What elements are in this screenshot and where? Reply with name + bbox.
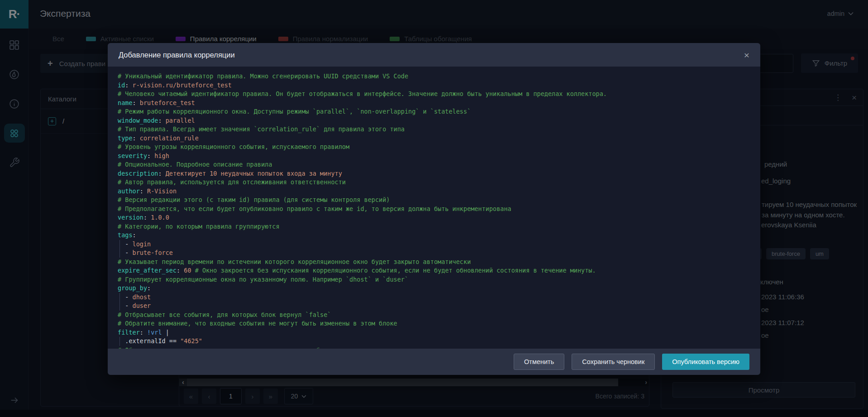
code-line: # Режим работы корреляционного окна. Дос… (118, 107, 760, 116)
code-line: # Указывает период времени по истечении … (118, 258, 760, 267)
code-line: version: 1.0.0 (118, 213, 760, 222)
code-line: # Категории, по которым правила группиру… (118, 222, 760, 231)
save-draft-button[interactable]: Сохранить черновик (572, 354, 655, 370)
code-line: # Обратите внимание, что входные события… (118, 319, 760, 328)
code-line: - duser (118, 302, 760, 311)
code-line: # Уровень угрозы корреляционного события… (118, 143, 760, 152)
code-line: # Опциональное. Подробное описание прави… (118, 160, 760, 169)
code-line: name: bruteforce_test (118, 99, 760, 108)
close-icon[interactable]: × (744, 50, 749, 60)
modal-footer: Отменить Сохранить черновик Опубликовать… (108, 349, 760, 375)
code-line: type: correlation_rule (118, 134, 760, 143)
app-root: Экспертиза admin ВсеАктивные спискиПрави… (0, 0, 868, 417)
code-line: description: Детектирует 10 неудачных по… (118, 169, 760, 178)
code-line: # Предполагается, что если будет опублик… (118, 205, 760, 214)
code-line: # Группирует корреляционные окна по указ… (118, 275, 760, 284)
code-line: - brute-force (118, 249, 760, 258)
code-line: # Версия редакции этого (с таким id) пра… (118, 196, 760, 205)
code-line: author: R-Vision (118, 187, 760, 196)
add-correlation-rule-modal: Добавление правила корреляции × # Уникал… (108, 43, 760, 375)
modal-header: Добавление правила корреляции × (108, 43, 760, 67)
cancel-button[interactable]: Отменить (514, 354, 564, 370)
code-line: - login (118, 240, 760, 249)
modal-title: Добавление правила корреляции (119, 51, 235, 59)
code-line: filter: !vrl | (118, 328, 760, 337)
code-line: # Тип правила. Всегда имеет значения `co… (118, 125, 760, 134)
code-line: # Объявляет корреляционное окно при помо… (118, 346, 760, 349)
code-line: # Автор правила, используется для отслеж… (118, 178, 760, 187)
code-line: - dhost (118, 293, 760, 302)
code-line: group_by: (118, 284, 760, 293)
code-line: # Отбрасывает все события, для которых б… (118, 311, 760, 320)
code-line: # Уникальный идентификатор правила. Можн… (118, 72, 760, 81)
code-line: expire_after_sec: 60 # Окно закроется бе… (118, 266, 760, 275)
code-line: id: r-vision.ru/bruteforce_test (118, 81, 760, 90)
publish-version-button[interactable]: Опубликовать версию (662, 354, 749, 370)
yaml-code-editor[interactable]: # Уникальный идентификатор правила. Можн… (108, 67, 760, 349)
code-line: # Человеко читаемый идентификатор правил… (118, 90, 760, 99)
code-line: severity: high (118, 152, 760, 161)
code-line: tags: (118, 231, 760, 240)
code-line: .externalId == "4625" (118, 337, 760, 346)
code-line: window_mode: parallel (118, 116, 760, 125)
